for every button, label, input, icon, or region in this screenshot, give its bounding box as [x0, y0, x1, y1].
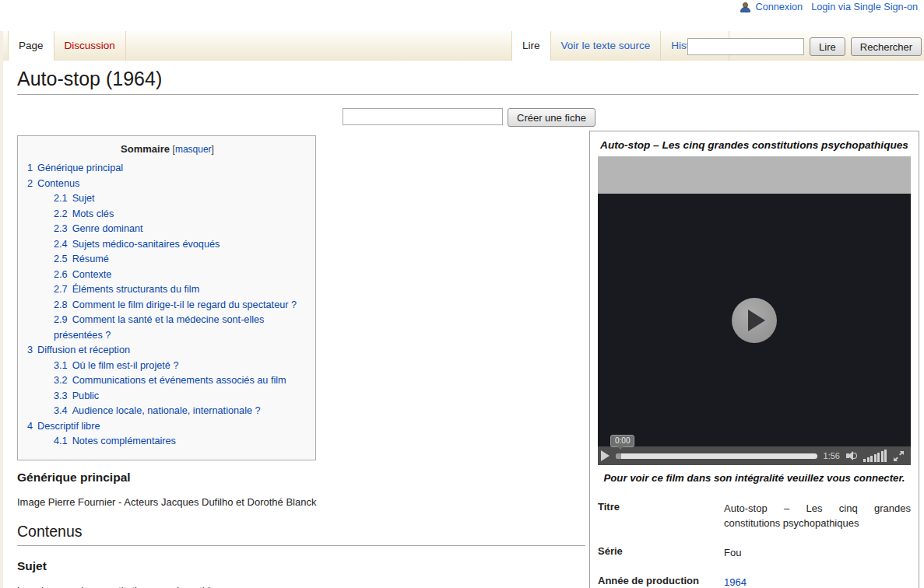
fullscreen-icon[interactable]	[893, 450, 905, 462]
go-button[interactable]: Lire	[810, 37, 845, 56]
tab-strip: Page Discussion Lire Voir le texte sourc…	[0, 31, 924, 61]
tab-page[interactable]: Page	[8, 31, 54, 61]
toc-link[interactable]: 3.2Communications et événements associés…	[54, 375, 286, 386]
toc-link[interactable]: 2.6Contexte	[54, 269, 111, 280]
film-info-label: Année de production	[598, 575, 724, 588]
toc-link[interactable]: 2.3Genre dominant	[54, 223, 143, 234]
film-card-title: Auto-stop – Les cinq grandes constitutio…	[598, 139, 911, 151]
seek-bar[interactable]	[616, 453, 817, 459]
toc-item: 3.1Où le film est-il projeté ?	[27, 359, 307, 374]
section-heading-generique: Générique principal	[17, 471, 585, 485]
toc-item: 2.5Résumé	[27, 252, 307, 268]
volume-bars-icon[interactable]	[863, 450, 887, 462]
toc-item: 3.4Audience locale, nationale, internati…	[27, 404, 307, 419]
toc-item: 2.3Genre dominant	[27, 222, 307, 237]
film-info-label: Série	[598, 545, 724, 560]
search-group: Lire Rechercher	[687, 37, 922, 56]
toc-item: 2.8Comment le film dirige-t-il le regard…	[27, 298, 307, 313]
film-info-value-link[interactable]: 1964	[724, 575, 911, 588]
current-time-tooltip: 0:00	[610, 435, 634, 447]
toc-link[interactable]: 3.4Audience locale, nationale, internati…	[54, 405, 261, 416]
film-card: Auto-stop – Les cinq grandes constitutio…	[589, 131, 919, 588]
toc-link[interactable]: 2.7Éléments structurants du film	[54, 284, 199, 295]
namespace-tabs: Page Discussion	[8, 31, 126, 61]
page-title: Auto-stop (1964)	[17, 68, 919, 95]
table-of-contents: Sommaire [masquer] 1Générique principal2…	[17, 135, 316, 460]
create-fiche-button[interactable]: Créer une fiche	[508, 108, 596, 127]
toc-link[interactable]: 2.2Mots clés	[54, 208, 114, 219]
toc-item: 3.3Public	[27, 389, 307, 404]
toc-item: 2.7Éléments structurants du film	[27, 282, 307, 298]
film-info-value: Auto-stop – Les cinq grandes constitutio…	[724, 501, 911, 530]
video-poster[interactable]	[598, 194, 911, 446]
toc-title: Sommaire [masquer]	[27, 143, 307, 155]
toc-toggle[interactable]: [masquer]	[173, 144, 214, 155]
toc-item: 3.2Communications et événements associés…	[27, 373, 307, 389]
toc-list: 1Générique principal2Contenus2.1Sujet2.2…	[27, 161, 307, 450]
toc-item: 2Contenus	[27, 177, 307, 192]
create-fiche-row: Créer une fiche	[343, 108, 596, 127]
toc-item: 2.9Comment la santé et la médecine sont-…	[27, 313, 307, 343]
article-body: Générique principal Image Pierre Fournie…	[17, 471, 585, 588]
sujet-text: Les cinq grandes constitutions psychopat…	[17, 585, 585, 588]
section-heading-contenus: Contenus	[17, 523, 585, 546]
search-input[interactable]	[687, 38, 804, 55]
login-notice: Pour voir ce film dans son intégralité v…	[598, 472, 911, 484]
personal-bar: Connexion Login via Single Sign-on	[0, 0, 924, 31]
play-button[interactable]	[601, 450, 610, 461]
toc-item: 1Générique principal	[27, 161, 307, 177]
toc-link[interactable]: 3Diffusion et réception	[27, 345, 130, 355]
video-player: 0:00 1:56	[598, 156, 911, 465]
play-icon[interactable]	[732, 298, 777, 343]
toc-link[interactable]: 2.8Comment le film dirige-t-il le regard…	[54, 299, 297, 310]
toc-link[interactable]: 3.3Public	[54, 390, 99, 401]
video-poster-band	[598, 156, 911, 194]
toc-item: 2.6Contexte	[27, 268, 307, 283]
toc-link[interactable]: 2Contenus	[27, 178, 79, 189]
connexion-link[interactable]: Connexion	[755, 2, 803, 12]
toc-item: 2.2Mots clés	[27, 207, 307, 222]
film-info-row: TitreAuto-stop – Les cinq grandes consti…	[598, 494, 911, 538]
toc-link[interactable]: 2.5Résumé	[54, 254, 109, 264]
generique-text: Image Pierre Fournier - Acteurs Jacques …	[17, 496, 585, 508]
film-info-label: Titre	[598, 501, 724, 530]
film-info-table: TitreAuto-stop – Les cinq grandes consti…	[598, 494, 911, 588]
film-info-value: Fou	[724, 545, 911, 560]
toc-item: 2.4Sujets médico-sanitaires évoqués	[27, 237, 307, 253]
section-heading-sujet: Sujet	[17, 559, 585, 573]
toc-link[interactable]: 1Générique principal	[27, 163, 123, 173]
user-icon	[740, 2, 750, 12]
toc-item: 3Diffusion et réception	[27, 343, 307, 359]
toc-link[interactable]: 2.9Comment la santé et la médecine sont-…	[54, 314, 264, 341]
toc-item: 4.1Notes complémentaires	[27, 434, 307, 450]
video-control-bar: 0:00 1:56	[598, 446, 911, 465]
toc-link[interactable]: 2.4Sujets médico-sanitaires évoqués	[54, 239, 220, 250]
duration-label: 1:56	[824, 451, 840, 460]
film-info-row: Année de production1964	[598, 568, 911, 588]
tab-voir-texte-source[interactable]: Voir le texte source	[551, 31, 662, 61]
toc-link[interactable]: 2.1Sujet	[54, 193, 95, 204]
toc-link[interactable]: 4.1Notes complémentaires	[54, 436, 176, 446]
search-button[interactable]: Rechercher	[851, 37, 922, 56]
speaker-icon[interactable]	[846, 450, 857, 461]
content-area: Auto-stop (1964) Créer une fiche Sommair…	[3, 61, 924, 588]
toc-link[interactable]: 3.1Où le film est-il projeté ?	[54, 360, 178, 371]
toc-link[interactable]: 4Descriptif libre	[27, 421, 100, 432]
toc-toggle-link[interactable]: masquer	[175, 144, 212, 155]
toc-item: 4Descriptif libre	[27, 419, 307, 435]
tab-discussion[interactable]: Discussion	[54, 31, 126, 61]
sso-login-link[interactable]: Login via Single Sign-on	[811, 2, 918, 12]
film-info-row: SérieFou	[598, 538, 911, 568]
tab-lire[interactable]: Lire	[511, 31, 551, 61]
toc-item: 2.1Sujet	[27, 191, 307, 207]
create-fiche-input[interactable]	[343, 108, 503, 125]
